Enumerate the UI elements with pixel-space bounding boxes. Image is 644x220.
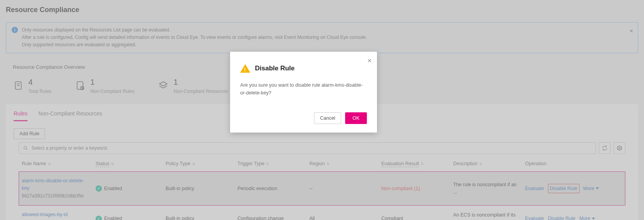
modal-body: Are you sure you want to disable rule al… <box>240 81 367 97</box>
disable-rule-modal: × Disable Rule Are you sure you want to … <box>230 52 377 133</box>
close-icon[interactable]: × <box>367 56 372 66</box>
ok-button[interactable]: OK <box>345 112 367 124</box>
warning-icon <box>240 64 250 73</box>
modal-title: Disable Rule <box>255 63 295 73</box>
cancel-button[interactable]: Cancel <box>314 112 341 124</box>
